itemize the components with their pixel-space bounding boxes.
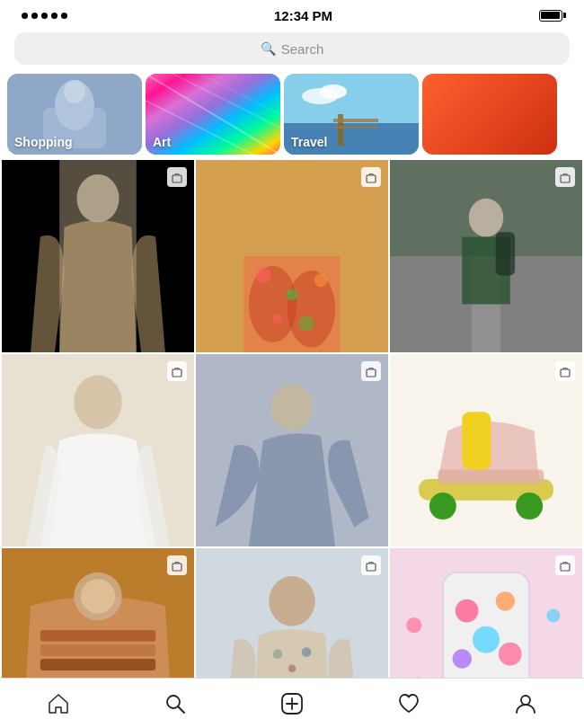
svg-point-25 bbox=[255, 268, 270, 283]
shop-badge-6 bbox=[555, 361, 575, 381]
home-icon bbox=[47, 692, 70, 715]
svg-rect-36 bbox=[496, 232, 515, 275]
svg-rect-15 bbox=[333, 126, 378, 129]
grid-img-5 bbox=[196, 354, 388, 546]
svg-point-42 bbox=[270, 384, 313, 430]
svg-line-108 bbox=[179, 706, 185, 713]
svg-rect-20 bbox=[173, 175, 181, 182]
shop-badge-9 bbox=[555, 555, 575, 575]
status-bar: 12:34 PM bbox=[0, 0, 584, 27]
search-bar-container: 🔍 Search bbox=[0, 27, 584, 74]
bag-icon-3 bbox=[559, 171, 571, 183]
category-label-shopping: Shopping bbox=[7, 129, 142, 155]
svg-rect-40 bbox=[173, 369, 181, 377]
shop-badge-7 bbox=[167, 555, 187, 575]
bag-icon-1 bbox=[171, 171, 183, 183]
grid-img-4 bbox=[2, 354, 194, 546]
svg-point-12 bbox=[320, 84, 347, 99]
grid-item-4[interactable] bbox=[2, 354, 194, 546]
bottom-nav bbox=[0, 678, 584, 728]
svg-rect-43 bbox=[367, 369, 376, 377]
category-label-travel: Travel bbox=[284, 129, 419, 155]
svg-point-70 bbox=[496, 591, 515, 610]
shop-badge-1 bbox=[167, 167, 187, 187]
svg-point-24 bbox=[288, 271, 336, 348]
svg-point-71 bbox=[473, 626, 500, 653]
add-icon bbox=[280, 692, 304, 715]
grid-item-3[interactable] bbox=[390, 160, 582, 352]
svg-point-60 bbox=[269, 576, 314, 626]
category-item-art[interactable]: Art bbox=[146, 74, 280, 155]
shop-badge-4 bbox=[167, 361, 187, 381]
grid-img-1 bbox=[2, 160, 194, 352]
grid-item-1[interactable] bbox=[2, 160, 194, 352]
grid-item-5[interactable] bbox=[196, 354, 388, 546]
shop-badge-5 bbox=[361, 361, 381, 381]
search-nav-icon bbox=[164, 692, 187, 715]
svg-point-73 bbox=[499, 643, 522, 666]
battery-icon bbox=[539, 10, 562, 22]
bag-icon-2 bbox=[365, 171, 377, 183]
search-icon: 🔍 bbox=[261, 41, 276, 56]
grid-img-2 bbox=[196, 160, 388, 352]
svg-point-62 bbox=[288, 664, 296, 672]
svg-point-112 bbox=[521, 696, 530, 705]
bag-icon-4 bbox=[171, 365, 183, 377]
bag-icon-6 bbox=[559, 365, 571, 377]
grid-img-6 bbox=[390, 354, 582, 546]
svg-point-63 bbox=[302, 647, 312, 657]
svg-point-46 bbox=[429, 493, 456, 519]
shop-badge-8 bbox=[361, 555, 381, 575]
svg-rect-14 bbox=[333, 119, 378, 122]
grid-item-6[interactable] bbox=[390, 354, 582, 546]
bag-icon-7 bbox=[171, 559, 183, 572]
svg-point-28 bbox=[273, 314, 283, 324]
svg-rect-58 bbox=[173, 564, 181, 571]
svg-point-47 bbox=[516, 493, 543, 519]
svg-point-26 bbox=[287, 289, 298, 300]
category-item-travel[interactable]: Travel bbox=[284, 74, 419, 155]
category-label-art: Art bbox=[146, 129, 280, 155]
category-row: Shopping Art bbox=[0, 74, 584, 158]
nav-search[interactable] bbox=[154, 682, 197, 725]
svg-point-27 bbox=[314, 273, 328, 287]
svg-rect-79 bbox=[561, 564, 570, 571]
shop-badge-3 bbox=[555, 167, 575, 187]
bag-icon-9 bbox=[559, 559, 571, 572]
bag-icon-8 bbox=[365, 559, 377, 572]
shop-badge-2 bbox=[361, 167, 381, 187]
svg-point-72 bbox=[453, 649, 472, 668]
svg-rect-30 bbox=[367, 175, 376, 182]
svg-point-29 bbox=[298, 315, 314, 331]
profile-icon bbox=[514, 692, 537, 715]
svg-rect-54 bbox=[40, 644, 155, 656]
svg-point-2 bbox=[64, 80, 85, 103]
bag-icon-5 bbox=[365, 365, 377, 377]
svg-point-61 bbox=[273, 649, 283, 659]
search-placeholder: Search bbox=[281, 41, 324, 57]
svg-rect-37 bbox=[561, 175, 570, 182]
svg-rect-66 bbox=[367, 564, 376, 571]
image-grid bbox=[0, 158, 584, 728]
heart-icon bbox=[397, 692, 420, 715]
grid-item-2[interactable] bbox=[196, 160, 388, 352]
svg-point-69 bbox=[456, 599, 479, 623]
svg-point-76 bbox=[406, 617, 421, 633]
svg-point-34 bbox=[469, 199, 504, 237]
nav-profile[interactable] bbox=[504, 682, 547, 725]
svg-rect-55 bbox=[40, 659, 155, 670]
search-bar[interactable]: 🔍 Search bbox=[14, 32, 570, 65]
category-item-shopping[interactable]: Shopping bbox=[7, 74, 142, 155]
svg-rect-53 bbox=[40, 630, 155, 642]
status-time: 12:34 PM bbox=[274, 8, 332, 23]
grid-img-3 bbox=[390, 160, 582, 352]
nav-add[interactable] bbox=[270, 682, 314, 725]
category-item-extra[interactable] bbox=[422, 74, 557, 155]
svg-point-77 bbox=[546, 608, 560, 622]
svg-point-57 bbox=[81, 579, 116, 614]
signal-icon bbox=[22, 13, 67, 19]
svg-rect-50 bbox=[561, 369, 570, 377]
svg-point-19 bbox=[76, 174, 119, 223]
nav-activity[interactable] bbox=[387, 682, 430, 725]
nav-home[interactable] bbox=[37, 682, 80, 725]
